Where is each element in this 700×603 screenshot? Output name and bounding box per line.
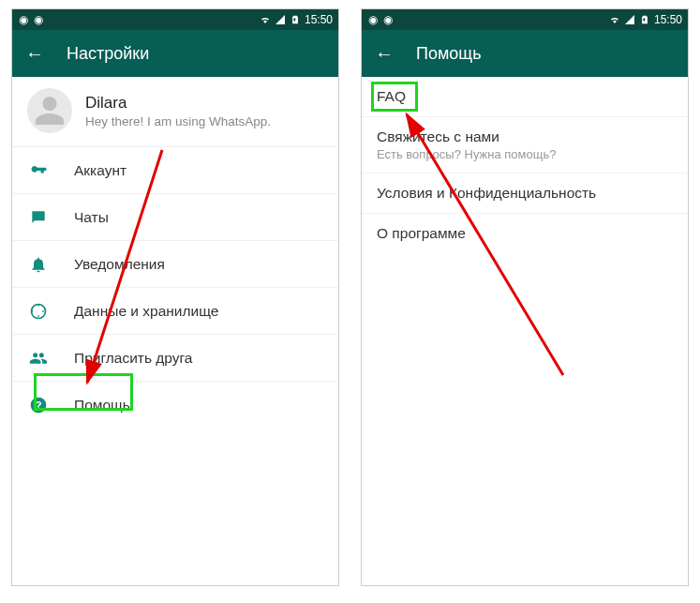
page-title: Помощь [416, 44, 482, 64]
help-item-about[interactable]: О программе [362, 214, 688, 253]
status-time: 15:50 [305, 13, 333, 26]
wifi-icon [260, 14, 271, 25]
menu-label: Пригласить друга [74, 350, 192, 367]
chat-icon [27, 206, 50, 229]
signal-icon [624, 14, 635, 25]
menu-item-help[interactable]: ? Помощь [12, 382, 338, 429]
svg-text:?: ? [35, 399, 41, 411]
menu-item-account[interactable]: Аккаунт [12, 147, 338, 194]
help-icon: ? [27, 394, 50, 416]
data-icon [27, 300, 50, 323]
key-icon [27, 159, 50, 182]
wifi-icon [609, 14, 620, 25]
status-icon: ◉ [382, 14, 394, 25]
menu-item-data[interactable]: Данные и хранилище [12, 288, 338, 335]
menu-label: Чаты [74, 209, 109, 226]
menu-item-notifications[interactable]: Уведомления [12, 241, 338, 288]
help-item-title: Свяжитесь с нами [377, 128, 673, 145]
help-item-contact[interactable]: Свяжитесь с нами Есть вопросы? Нужна пом… [362, 117, 688, 173]
profile-name: Dilara [85, 94, 271, 113]
profile-status: Hey there! I am using WhatsApp. [85, 114, 271, 128]
signal-icon [275, 14, 286, 25]
menu-label: Данные и хранилище [74, 303, 218, 320]
help-item-sub: Есть вопросы? Нужна помощь? [377, 147, 673, 161]
status-time: 15:50 [654, 13, 682, 26]
status-icon: ◉ [33, 14, 44, 25]
phone-right: ◉ ◉ 15:50 ← Помощь FAQ Свяжитесь с нами … [361, 8, 689, 586]
help-item-title: Условия и Конфиденциальность [377, 185, 673, 202]
back-icon[interactable]: ← [375, 44, 394, 63]
menu-item-chats[interactable]: Чаты [12, 194, 338, 241]
status-icon: ◉ [367, 14, 379, 25]
page-title: Настройки [67, 44, 149, 64]
toolbar: ← Помощь [362, 30, 688, 77]
status-bar: ◉ ◉ 15:50 [12, 9, 338, 30]
profile-row[interactable]: Dilara Hey there! I am using WhatsApp. [12, 77, 338, 146]
menu-label: Аккаунт [74, 162, 127, 179]
toolbar: ← Настройки [12, 30, 338, 77]
status-bar: ◉ ◉ 15:50 [362, 9, 688, 30]
help-item-faq[interactable]: FAQ [362, 77, 688, 117]
invite-icon [27, 347, 50, 369]
back-icon[interactable]: ← [25, 44, 44, 63]
bell-icon [27, 253, 50, 276]
help-item-title: FAQ [377, 88, 673, 105]
menu-item-invite[interactable]: Пригласить друга [12, 335, 338, 382]
menu-label: Уведомления [74, 256, 165, 273]
avatar [27, 88, 72, 133]
status-icon: ◉ [18, 14, 29, 25]
battery-icon [639, 14, 650, 25]
phone-left: ◉ ◉ 15:50 ← Настройки Dilara Hey there! … [11, 8, 339, 586]
battery-icon [290, 14, 301, 25]
help-item-terms[interactable]: Условия и Конфиденциальность [362, 173, 688, 214]
help-item-title: О программе [377, 225, 673, 242]
menu-label: Помощь [74, 397, 130, 414]
